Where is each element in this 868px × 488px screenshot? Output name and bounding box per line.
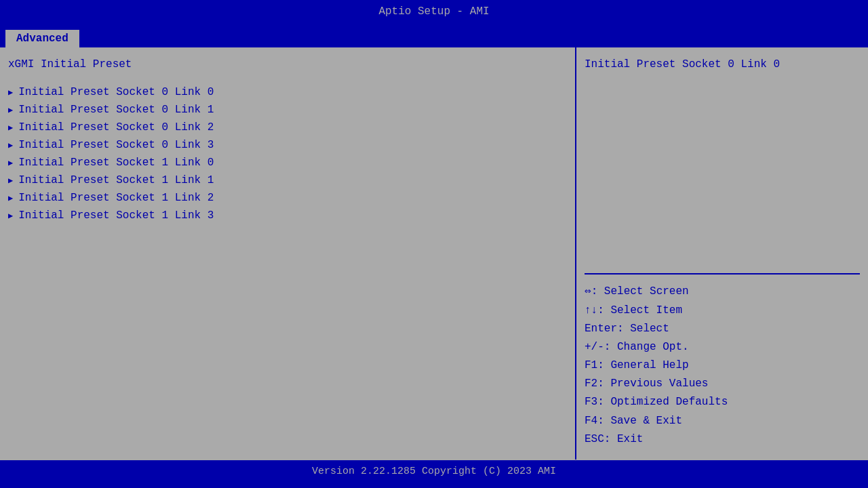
tab-bar: Advanced (0, 23, 868, 47)
main-content: xGMI Initial Preset ▶Initial Preset Sock… (0, 47, 868, 460)
key-hint-0: ⇔: Select Screen (585, 283, 860, 301)
menu-item-4[interactable]: ▶Initial Preset Socket 1 Link 0 (8, 155, 567, 171)
menu-item-label-3: Initial Preset Socket 0 Link 3 (18, 139, 214, 151)
menu-item-label-6: Initial Preset Socket 1 Link 2 (18, 192, 214, 204)
footer-text: Version 2.22.1285 Copyright (C) 2023 AMI (312, 466, 556, 477)
menu-item-2[interactable]: ▶Initial Preset Socket 0 Link 2 (8, 119, 567, 136)
header-title: Aptio Setup - AMI (378, 5, 489, 18)
right-panel: Initial Preset Socket 0 Link 0 ⇔: Select… (576, 47, 868, 460)
menu-item-1[interactable]: ▶Initial Preset Socket 0 Link 1 (8, 102, 567, 118)
menu-item-label-7: Initial Preset Socket 1 Link 3 (18, 209, 214, 222)
arrow-icon-2: ▶ (8, 123, 13, 133)
key-hint-1: ↑↓: Select Item (585, 302, 860, 320)
left-panel-title: xGMI Initial Preset (8, 58, 567, 70)
header: Aptio Setup - AMI (0, 0, 868, 23)
divider (585, 273, 860, 274)
key-hint-5: F2: Previous Values (585, 375, 860, 393)
arrow-icon-7: ▶ (8, 211, 13, 221)
key-hint-8: ESC: Exit (585, 430, 860, 449)
menu-item-3[interactable]: ▶Initial Preset Socket 0 Link 3 (8, 137, 567, 153)
menu-item-label-0: Initial Preset Socket 0 Link 0 (18, 86, 214, 98)
key-hint-4: F1: General Help (585, 357, 860, 375)
menu-item-0[interactable]: ▶Initial Preset Socket 0 Link 0 (8, 84, 567, 100)
menu-list: ▶Initial Preset Socket 0 Link 0▶Initial … (8, 84, 567, 224)
arrow-icon-6: ▶ (8, 193, 13, 203)
key-hint-7: F4: Save & Exit (585, 412, 860, 430)
arrow-icon-5: ▶ (8, 176, 13, 186)
menu-item-label-4: Initial Preset Socket 1 Link 0 (18, 157, 214, 169)
menu-item-5[interactable]: ▶Initial Preset Socket 1 Link 1 (8, 172, 567, 188)
left-panel: xGMI Initial Preset ▶Initial Preset Sock… (0, 47, 576, 460)
key-hint-6: F3: Optimized Defaults (585, 393, 860, 411)
arrow-icon-4: ▶ (8, 158, 13, 168)
key-hint-2: Enter: Select (585, 320, 860, 338)
footer: Version 2.22.1285 Copyright (C) 2023 AMI (0, 460, 868, 483)
arrow-icon-3: ▶ (8, 140, 13, 150)
arrow-icon-1: ▶ (8, 105, 13, 115)
tab-advanced[interactable]: Advanced (5, 30, 79, 47)
key-hint-3: +/-: Change Opt. (585, 338, 860, 357)
arrow-icon-0: ▶ (8, 87, 13, 98)
help-text: Initial Preset Socket 0 Link 0 (585, 58, 860, 70)
menu-item-label-2: Initial Preset Socket 0 Link 2 (18, 121, 214, 134)
key-hints: ⇔: Select Screen↑↓: Select ItemEnter: Se… (585, 283, 860, 449)
menu-item-label-1: Initial Preset Socket 0 Link 1 (18, 104, 214, 116)
menu-item-label-5: Initial Preset Socket 1 Link 1 (18, 174, 214, 186)
menu-item-7[interactable]: ▶Initial Preset Socket 1 Link 3 (8, 207, 567, 224)
menu-item-6[interactable]: ▶Initial Preset Socket 1 Link 2 (8, 190, 567, 206)
